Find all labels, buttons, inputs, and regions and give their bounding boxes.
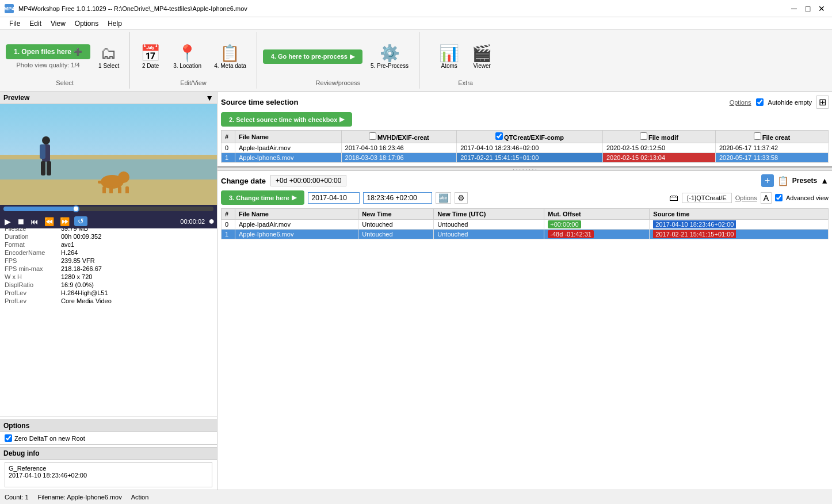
svg-rect-11 <box>98 181 105 184</box>
photo-quality-value: 1/4 <box>71 62 79 68</box>
close-button[interactable]: ✕ <box>816 3 827 14</box>
titlebar-controls: ─ □ ✕ <box>788 3 827 14</box>
play-button[interactable]: ▶ <box>2 216 13 227</box>
adv-view-checkbox[interactable] <box>775 194 783 201</box>
preprocess-button[interactable]: 4. Go here to pre-process ▶ <box>263 49 362 64</box>
scrubber[interactable] <box>0 205 217 214</box>
fps-minmax-row: FPS min-max 218.18-266.67 <box>5 265 212 273</box>
source-time-options-link[interactable]: Options <box>730 99 751 106</box>
add-preset-button[interactable]: + <box>761 174 774 187</box>
open-files-label: 1. Open files here <box>14 48 71 56</box>
step-atoms[interactable]: 📊 Atoms <box>434 43 464 70</box>
add-icon: ➕ <box>74 48 82 56</box>
status-filename: Filename: Apple-Iphone6.mov <box>38 494 122 501</box>
circle-indicator: ● <box>208 215 215 227</box>
svg-rect-7 <box>102 186 106 193</box>
fps-value: 239.85 VFR <box>61 257 95 264</box>
step-meta[interactable]: 📋 4. Meta data <box>209 43 251 70</box>
modif-col-checkbox[interactable] <box>640 132 647 140</box>
preview-menu-icon[interactable]: ▼ <box>205 93 213 102</box>
step-preprocess[interactable]: ⚙️ 5. Pre-Process <box>366 43 413 70</box>
change-date-options-link[interactable]: Options <box>735 194 757 201</box>
extra-group-label: Extra <box>458 78 473 86</box>
text-edit-icon[interactable]: 🔤 <box>436 192 451 204</box>
cd-row0-filename: Apple-IpadAir.mov <box>235 220 358 230</box>
grid-settings-icon[interactable]: ⊞ <box>816 96 829 109</box>
preprocess-icon: ⚙️ <box>380 44 400 63</box>
row1-qt: 2017-02-21 15:41:15+01:00 <box>457 153 603 163</box>
step-date[interactable]: 📅 2 Date <box>136 43 165 70</box>
table-row[interactable]: 0 Apple-IpadAir.mov 2017-04-10 16:23:46 … <box>222 143 829 153</box>
step-select[interactable]: 🗂 1 Select <box>94 43 124 70</box>
proflev1-row: ProfLev H.264High@L51 <box>5 289 212 297</box>
minimize-button[interactable]: ─ <box>788 3 800 14</box>
toolbar-select-section: 1. Open files here ➕ Photo view quality:… <box>0 32 130 89</box>
autohide-checkbox[interactable] <box>756 98 764 106</box>
menu-file[interactable]: File <box>5 18 25 29</box>
toolbar: 1. Open files here ➕ Photo view quality:… <box>0 30 832 92</box>
wxh-row: W x H 1280 x 720 <box>5 273 212 281</box>
options-header: Options <box>0 419 217 432</box>
cd-row1-id: 1 <box>222 230 235 239</box>
table-row[interactable]: 0 Apple-IpadAir.mov Untouched Untouched … <box>222 220 829 230</box>
creat-col-checkbox[interactable] <box>754 132 761 140</box>
change-time-button[interactable]: 3. Change time here ▶ <box>221 190 304 205</box>
change-date-title: Change date <box>221 177 266 185</box>
step-back-button[interactable]: ⏪ <box>42 216 56 227</box>
row1-filename: Apple-Iphone6.mov <box>235 153 342 163</box>
settings-icon[interactable]: ⚙ <box>455 192 468 204</box>
step-location[interactable]: 📍 3. Location <box>169 43 206 70</box>
fps-minmax-label: FPS min-max <box>5 265 56 272</box>
wxh-value: 1280 x 720 <box>61 273 92 280</box>
svg-rect-3 <box>41 161 45 175</box>
displratio-value: 16:9 (0.0%) <box>61 281 94 288</box>
rewind-button[interactable]: ⏮ <box>28 216 41 227</box>
photo-quality-label: Photo view quality: <box>16 62 69 68</box>
statusbar: Count: 1 Filename: Apple-Iphone6.mov Act… <box>0 490 832 504</box>
menu-help[interactable]: Help <box>103 18 127 29</box>
menu-options[interactable]: Options <box>70 18 103 29</box>
stop-button[interactable]: ⏹ <box>14 216 27 227</box>
meta-icon: 📋 <box>220 44 240 63</box>
menu-view[interactable]: View <box>46 18 70 29</box>
cd-col-source-time: Source time <box>650 209 829 220</box>
left-panel: Preview ▼ <box>0 92 217 490</box>
table-row[interactable]: 1 Apple-Iphone6.mov 2018-03-03 18:17:06 … <box>222 153 829 163</box>
open-files-button[interactable]: 1. Open files here ➕ <box>6 44 90 59</box>
offset-display: +0d +00:00:00+00:00 <box>270 175 346 186</box>
svg-point-6 <box>118 171 129 183</box>
location-icon: 📍 <box>177 44 197 63</box>
select-source-time-button[interactable]: 2. Select source time with checkbox ▶ <box>221 112 352 127</box>
titlebar-title: MP4Workshop Free 1.0.1.1029 -- R:\OneDri… <box>18 5 247 12</box>
col-hash: # <box>222 131 235 143</box>
presets-arrow[interactable]: ▲ <box>820 176 829 185</box>
duration-label: Duration <box>5 233 56 240</box>
col-modif: File modif <box>602 131 715 143</box>
step-forward-button[interactable]: ⏩ <box>58 216 72 227</box>
cd-row1-newtime: Untouched <box>358 230 434 239</box>
qt-col-checkbox[interactable] <box>495 132 503 140</box>
zero-delta-checkbox[interactable] <box>5 434 12 442</box>
time-input[interactable] <box>363 192 432 204</box>
fps-label: FPS <box>5 257 56 264</box>
col-filename: File Name <box>235 131 342 143</box>
mvhd-col-checkbox[interactable] <box>369 132 376 140</box>
date-input[interactable] <box>308 192 360 204</box>
wxh-label: W x H <box>5 273 56 280</box>
row0-modif: 2020-02-15 02:12:50 <box>602 143 715 153</box>
font-size-icon[interactable]: A <box>761 192 772 204</box>
change-arrow-icon: ▶ <box>292 194 296 201</box>
change-date-section: Change date +0d +00:00:00+00:00 + 📋 Pres… <box>217 171 832 490</box>
menu-edit[interactable]: Edit <box>25 18 46 29</box>
toolbar-editview-section: 📅 2 Date 📍 3. Location 📋 4. Meta data Ed… <box>130 32 257 89</box>
svg-rect-9 <box>118 186 121 193</box>
presets-icon: 📋 <box>777 175 789 186</box>
maximize-button[interactable]: □ <box>802 3 814 14</box>
cd-row0-mut-offset: +00:00:00 <box>544 220 650 230</box>
zero-delta-label: Zero DeltaT on new Root <box>14 435 85 442</box>
step-viewer[interactable]: 🎬 Viewer <box>467 43 497 70</box>
options-section: Options Zero DeltaT on new Root <box>0 417 217 444</box>
loop-button[interactable]: ↺ <box>74 216 87 226</box>
table-row[interactable]: 1 Apple-Iphone6.mov Untouched Untouched … <box>222 230 829 239</box>
row1-mvhd: 2018-03-03 18:17:06 <box>341 153 457 163</box>
